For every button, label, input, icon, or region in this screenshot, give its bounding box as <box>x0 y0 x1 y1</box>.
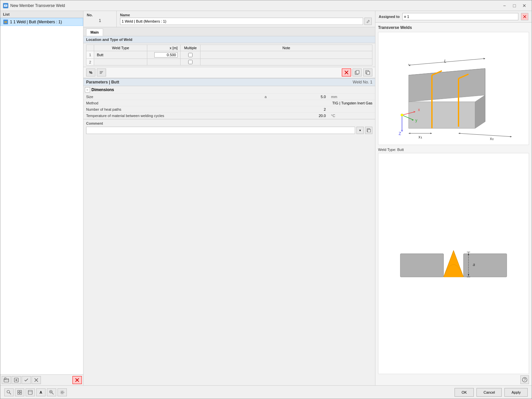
comment-input[interactable] <box>86 127 355 134</box>
svg-point-73 <box>7 390 10 393</box>
param-heat-key <box>262 106 278 113</box>
chevron-down-icon: ▼ <box>359 129 361 132</box>
title-bar: New Member Transverse Weld − □ ✕ <box>0 0 532 11</box>
x-cell-1 <box>147 51 181 59</box>
svg-point-86 <box>61 390 64 394</box>
svg-rect-78 <box>20 393 22 394</box>
table-toolbar: % <box>83 67 375 78</box>
cancel-button[interactable]: Cancel <box>476 388 502 397</box>
comment-paste-button[interactable] <box>365 127 372 134</box>
svg-rect-63 <box>400 254 444 277</box>
name-label: Name <box>120 13 372 17</box>
check-button[interactable] <box>22 376 31 384</box>
delete-row-button[interactable] <box>342 68 351 76</box>
help-button[interactable]: ? <box>520 375 529 384</box>
name-input[interactable] <box>120 18 363 25</box>
apply-button[interactable]: Apply <box>504 388 528 397</box>
param-heat-value: 2 <box>278 106 329 113</box>
butt-weld-diagram: a <box>390 234 517 294</box>
name-section: Name <box>117 11 375 27</box>
svg-rect-3 <box>4 21 7 22</box>
list-item-label: 1 1 Weld | Butt (Members : 1) <box>10 20 62 24</box>
no-value: 1 <box>87 18 113 24</box>
col-note: Note <box>200 45 372 51</box>
delete-list-button[interactable] <box>72 376 82 384</box>
comment-label: Comment <box>86 121 372 125</box>
list-header: List <box>0 11 83 18</box>
no-section: No. 1 <box>83 11 117 27</box>
app-icon <box>3 3 8 8</box>
grid-button[interactable] <box>15 388 24 396</box>
view-button[interactable] <box>26 388 35 396</box>
param-method-name: Method <box>83 100 262 106</box>
top-fields-row: No. 1 Name <box>83 11 375 27</box>
bottom-toolbar: A <box>4 388 67 396</box>
comment-input-row: ▼ <box>86 127 372 134</box>
bottom-bar: A OK Cancel Apply <box>0 385 532 399</box>
svg-line-74 <box>9 393 11 394</box>
percent-button[interactable]: % <box>86 68 95 76</box>
main-window: New Member Transverse Weld − □ ✕ List 1 … <box>0 0 532 399</box>
add-button[interactable] <box>12 376 21 384</box>
settings-button[interactable] <box>58 388 67 396</box>
sort-button[interactable] <box>97 68 106 76</box>
svg-rect-77 <box>18 393 19 394</box>
open-button[interactable] <box>2 376 11 384</box>
location-section: Location and Type of Weld Weld Type x [m… <box>83 36 375 78</box>
multiple-check-1[interactable] <box>188 53 193 57</box>
svg-text:x: x <box>418 107 420 112</box>
svg-marker-29 <box>409 102 475 128</box>
note-cell-2 <box>200 59 372 66</box>
uncheck-button[interactable] <box>32 376 41 384</box>
param-temp-unit: °C <box>329 113 375 119</box>
font-button[interactable]: A <box>36 388 46 396</box>
expand-dimensions-button[interactable]: − <box>85 87 90 92</box>
zoom-button[interactable] <box>47 388 56 396</box>
copy-row-button[interactable] <box>352 68 362 76</box>
main-content: List 1 1 Weld | Butt (Members : 1) <box>0 11 532 385</box>
list-area: 1 1 Weld | Butt (Members : 1) <box>0 18 83 374</box>
x-input-1[interactable] <box>154 52 178 58</box>
svg-rect-75 <box>18 390 19 392</box>
remove-assigned-button[interactable] <box>521 13 528 20</box>
list-item[interactable]: 1 1 Weld | Butt (Members : 1) <box>0 18 83 26</box>
tab-content: Location and Type of Weld Weld Type x [m… <box>83 36 375 385</box>
tab-main[interactable]: Main <box>86 29 103 36</box>
param-method-value: TIG | Tungsten Inert Gas <box>278 100 375 106</box>
no-label: No. <box>87 13 113 17</box>
maximize-button[interactable]: □ <box>510 2 519 9</box>
col-num <box>86 45 94 51</box>
comment-dropdown-button[interactable]: ▼ <box>356 127 364 134</box>
param-heat-name: Number of heat paths <box>83 106 262 113</box>
svg-rect-76 <box>20 390 22 392</box>
list-item-icon <box>3 20 8 24</box>
ok-button[interactable]: OK <box>455 388 474 397</box>
param-size-key: a <box>262 94 278 100</box>
svg-rect-23 <box>367 71 370 74</box>
svg-text:Z: Z <box>399 131 401 136</box>
weld-type-diagram-box: a <box>378 153 529 374</box>
svg-point-85 <box>62 391 63 393</box>
tabs-bar: Main <box>83 27 375 36</box>
multiple-check-2[interactable] <box>188 60 193 64</box>
minimize-button[interactable]: − <box>500 2 509 9</box>
close-button[interactable]: ✕ <box>520 2 529 9</box>
table-row: 1 Butt <box>86 51 372 59</box>
params-table: − Dimensions Size a 5.0 mm <box>83 86 375 119</box>
x-cell-2 <box>147 59 181 66</box>
param-size-name: Size <box>83 94 262 100</box>
svg-rect-64 <box>464 254 507 277</box>
edit-name-button[interactable] <box>364 18 372 25</box>
mult-cell-1 <box>181 51 200 59</box>
center-panel: No. 1 Name Main <box>83 11 375 385</box>
param-heat-unit <box>329 106 375 113</box>
table-row: 2 <box>86 59 372 66</box>
weld-no-label: Weld No. 1 <box>353 80 372 84</box>
row-num-1: 1 <box>86 51 94 59</box>
svg-rect-25 <box>368 129 370 132</box>
svg-text:y: y <box>415 118 417 123</box>
paste-row-button[interactable] <box>363 68 372 76</box>
search-icon-button[interactable] <box>4 388 14 396</box>
weld-table: Weld Type x [m] Multiple Note 1 Butt <box>86 45 372 66</box>
transverse-diagram: L x₁ x₂ <box>382 35 525 142</box>
